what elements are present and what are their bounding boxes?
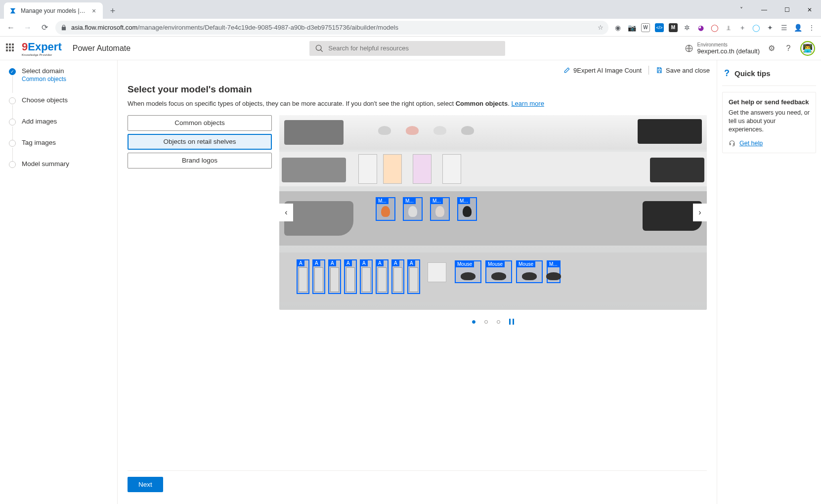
detection-box: M... [547, 260, 561, 283]
ext-icon-y[interactable]: ⫫ [724, 23, 733, 32]
get-help-link[interactable]: Get help [729, 140, 810, 147]
pager-dot-1[interactable] [472, 320, 475, 324]
headset-icon [729, 140, 735, 147]
step-tag-images[interactable]: Tag images [9, 139, 108, 146]
step-model-summary[interactable]: Model summary [9, 160, 108, 168]
learn-more-link[interactable]: Learn more [511, 100, 544, 107]
forward-button[interactable]: → [22, 22, 34, 34]
app-name: Power Automate [73, 44, 130, 53]
pencil-icon [563, 67, 570, 74]
detection-label: M... [376, 198, 389, 204]
browser-tab-strip: Manage your models | Power Au… × + ˅ — ☐… [0, 0, 821, 19]
close-window-button[interactable]: ✕ [798, 2, 821, 18]
step-title: Choose objects [22, 96, 108, 104]
ext-icon-purple[interactable]: ◕ [696, 23, 705, 32]
extensions-puzzle-icon[interactable]: ✦ [766, 23, 775, 32]
wizard-footer: Next [128, 470, 707, 494]
help-card-title: Get help or send feedback [729, 98, 810, 106]
option-retail-shelves[interactable]: Objects on retail shelves [128, 134, 272, 150]
page-title: Select your model's domain [128, 84, 707, 95]
pager-dot-3[interactable] [497, 320, 500, 324]
detection-label: A [408, 260, 415, 266]
preview-image: ‹ › [279, 115, 707, 310]
tab-favicon [9, 7, 17, 15]
carousel-pause-button[interactable] [509, 319, 514, 325]
pager-dot-2[interactable] [484, 320, 488, 324]
detection-box: A [360, 259, 373, 294]
new-tab-button[interactable]: + [106, 4, 120, 18]
chevron-down-icon[interactable]: ˅ [730, 2, 753, 18]
ext-icon-plus[interactable]: + [738, 23, 747, 32]
detection-box: M... [403, 197, 423, 221]
save-icon [656, 67, 663, 74]
ext-icon-code[interactable]: </> [655, 23, 664, 32]
settings-icon[interactable]: ⚙ [767, 43, 777, 53]
detection-label: M... [403, 198, 416, 204]
detection-label: A [345, 260, 352, 266]
help-card: Get help or send feedback Get the answer… [722, 92, 816, 153]
address-bar[interactable]: asia.flow.microsoft.com/manage/environme… [55, 21, 608, 35]
detection-label: Mouse [455, 261, 474, 267]
ext-icon-1[interactable]: ◉ [613, 23, 622, 32]
brand-logo[interactable]: 9Expert Knowledge Provider [22, 41, 62, 56]
search-input[interactable] [328, 44, 499, 52]
edit-name-action[interactable]: 9Expert AI Image Count [563, 67, 642, 74]
step-choose-objects[interactable]: Choose objects [9, 96, 108, 104]
detection-label: A [297, 260, 304, 266]
app-launcher-icon[interactable] [6, 43, 16, 53]
ext-icon-gear[interactable]: ✲ [683, 23, 691, 32]
search-box[interactable] [309, 41, 505, 56]
browser-toolbar: ← → ⟳ asia.flow.microsoft.com/manage/env… [0, 19, 821, 37]
option-brand-logos[interactable]: Brand logos [128, 153, 272, 168]
main-content: 9Expert AI Image Count Save and close Se… [118, 60, 717, 504]
maximize-button[interactable]: ☐ [776, 2, 798, 18]
next-button[interactable]: Next [128, 477, 163, 492]
profile-avatar-icon[interactable]: 👤 [793, 23, 802, 32]
detection-box: A [391, 259, 404, 294]
minimize-button[interactable]: — [753, 2, 776, 18]
ext-icon-w[interactable]: W [641, 23, 650, 32]
browser-tab[interactable]: Manage your models | Power Au… × [4, 2, 103, 19]
user-avatar[interactable]: 👨‍💻 [800, 41, 815, 56]
step-add-images[interactable]: Add images [9, 118, 108, 125]
back-button[interactable]: ← [5, 22, 17, 34]
quick-tips-panel: ? Quick tips Get help or send feedback G… [717, 60, 821, 504]
ext-icon-red[interactable]: ◯ [710, 23, 719, 32]
star-icon[interactable]: ☆ [598, 24, 604, 31]
ext-icon-list[interactable]: ☰ [779, 23, 788, 32]
ext-icon-m[interactable]: M [669, 23, 678, 32]
chrome-menu-icon[interactable]: ⋮ [807, 23, 816, 32]
detection-box: A [297, 259, 309, 294]
step-title: Model summary [22, 160, 108, 168]
reload-button[interactable]: ⟳ [39, 22, 50, 34]
detection-label: A [392, 260, 399, 266]
page-actions: 9Expert AI Image Count Save and close [118, 60, 717, 80]
detection-label: Mouse [517, 261, 535, 267]
carousel-prev-button[interactable]: ‹ [279, 204, 293, 221]
save-close-action[interactable]: Save and close [656, 67, 710, 74]
step-select-domain[interactable]: Select domain Common objects [9, 67, 108, 83]
option-common-objects[interactable]: Common objects [128, 115, 272, 131]
close-tab-icon[interactable]: × [90, 7, 98, 15]
carousel-pager [279, 319, 707, 325]
detection-label: M... [431, 198, 443, 204]
carousel-next-button[interactable]: › [693, 204, 707, 221]
env-label: Environments [697, 42, 760, 47]
tab-title: Manage your models | Power Au… [21, 7, 86, 14]
detection-label: A [329, 260, 336, 266]
domain-options: Common objects Objects on retail shelves… [128, 115, 272, 325]
detection-box: M... [376, 197, 395, 221]
step-subtitle: Common objects [22, 76, 108, 83]
detection-label: M... [547, 261, 560, 267]
help-icon[interactable]: ? [783, 43, 793, 53]
question-icon: ? [724, 68, 730, 79]
detection-label: A [360, 260, 368, 266]
detection-box: A [312, 259, 325, 294]
detection-box: A [407, 259, 420, 294]
environment-picker[interactable]: Environments 9expert.co.th (default) [685, 42, 760, 55]
ext-icon-blue[interactable]: ◯ [752, 23, 761, 32]
detection-box: M... [457, 197, 477, 221]
ext-icon-camera[interactable]: 📷 [627, 23, 636, 32]
detection-label: M... [458, 198, 470, 204]
quick-tips-header: ? Quick tips [722, 65, 816, 86]
